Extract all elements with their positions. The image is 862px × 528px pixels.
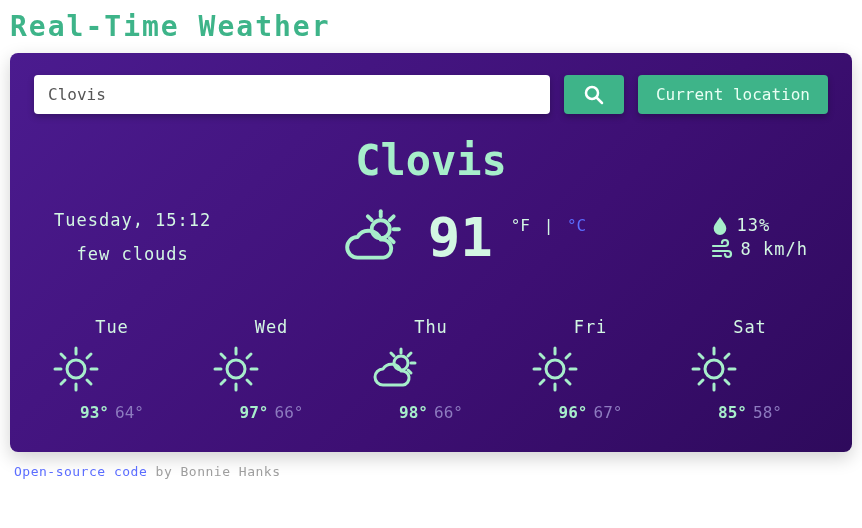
unit-separator: | xyxy=(544,216,554,235)
forecast-day-name: Fri xyxy=(531,317,651,337)
unit-switch: °F | °C xyxy=(511,216,586,235)
current-conditions: Tuesday, 15:12 few clouds 91 °F | °C 13% xyxy=(34,203,828,271)
search-icon xyxy=(584,85,604,105)
forecast-day: Sat 85°58° xyxy=(690,317,810,422)
forecast-day-name: Sat xyxy=(690,317,810,337)
forecast-lo: 67° xyxy=(594,403,623,422)
current-datetime: Tuesday, 15:12 xyxy=(54,203,211,237)
sun-icon xyxy=(531,345,651,393)
current-description: few clouds xyxy=(54,237,211,271)
sun-icon xyxy=(212,345,332,393)
sun-cloud-icon xyxy=(336,206,410,268)
forecast-day-name: Tue xyxy=(52,317,172,337)
forecast-day: Thu 98°66° xyxy=(371,317,491,422)
unit-fahrenheit[interactable]: °F xyxy=(511,216,530,235)
current-temp: 91 xyxy=(428,206,493,269)
forecast-day: Wed 97°66° xyxy=(212,317,332,422)
search-button[interactable] xyxy=(564,75,624,114)
sun-cloud-icon xyxy=(371,345,491,393)
forecast-lo: 64° xyxy=(115,403,144,422)
forecast-lo: 66° xyxy=(275,403,304,422)
sun-icon xyxy=(690,345,810,393)
forecast-hi: 85° xyxy=(718,403,747,422)
search-input[interactable] xyxy=(34,75,550,114)
search-row: Current location xyxy=(34,75,828,114)
humidity-icon xyxy=(711,214,729,236)
city-name: Clovis xyxy=(34,136,828,185)
footer-author: by Bonnie Hanks xyxy=(147,464,280,479)
forecast-hi: 97° xyxy=(240,403,269,422)
forecast-hi: 93° xyxy=(80,403,109,422)
forecast-day: Tue 93°64° xyxy=(52,317,172,422)
forecast-day-name: Thu xyxy=(371,317,491,337)
page-title: Real-Time Weather xyxy=(10,10,852,43)
open-source-link[interactable]: Open-source code xyxy=(14,464,147,479)
weather-card: Current location Clovis Tuesday, 15:12 f… xyxy=(10,53,852,452)
forecast-row: Tue 93°64° Wed 97°66° Thu 98°66° Fri 96°… xyxy=(34,317,828,422)
wind-icon xyxy=(711,238,733,260)
forecast-lo: 58° xyxy=(753,403,782,422)
footer: Open-source code by Bonnie Hanks xyxy=(10,464,852,479)
forecast-lo: 66° xyxy=(434,403,463,422)
forecast-hi: 96° xyxy=(559,403,588,422)
forecast-hi: 98° xyxy=(399,403,428,422)
current-location-button[interactable]: Current location xyxy=(638,75,828,114)
sun-icon xyxy=(52,345,172,393)
humidity-value: 13% xyxy=(737,215,771,235)
forecast-day: Fri 96°67° xyxy=(531,317,651,422)
unit-celsius[interactable]: °C xyxy=(567,216,586,235)
forecast-day-name: Wed xyxy=(212,317,332,337)
wind-value: 8 km/h xyxy=(741,239,808,259)
